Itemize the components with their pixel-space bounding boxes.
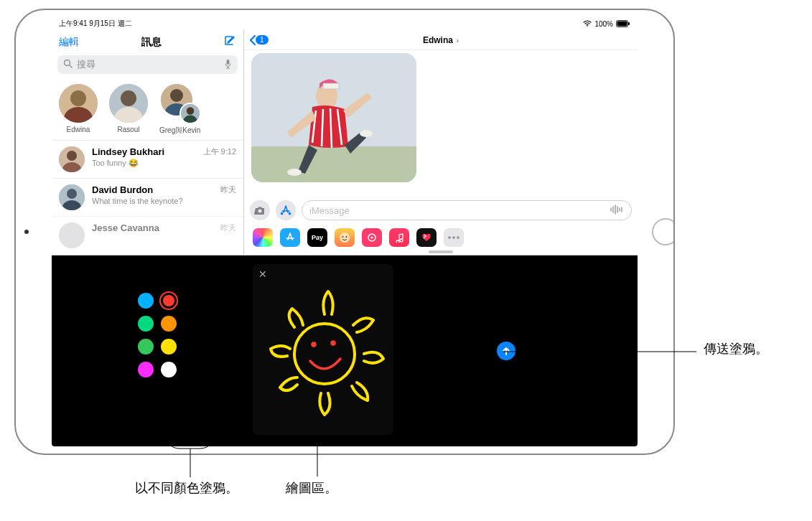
pinned-contact[interactable]: Edwina bbox=[59, 84, 98, 133]
home-button[interactable] bbox=[652, 218, 675, 245]
svg-rect-6 bbox=[59, 84, 98, 123]
svg-point-19 bbox=[67, 151, 77, 161]
svg-point-33 bbox=[360, 130, 373, 137]
message-input-row: iMessage bbox=[244, 196, 638, 225]
color-swatch[interactable] bbox=[138, 339, 154, 355]
received-photo-message[interactable] bbox=[251, 53, 416, 182]
svg-point-22 bbox=[67, 189, 77, 199]
messages-area[interactable] bbox=[244, 50, 638, 196]
svg-point-43 bbox=[346, 236, 347, 238]
conversation-name: Jesse Cavanna bbox=[92, 222, 213, 233]
conversation-list-sidebar: 編輯 訊息 搜尋 bbox=[52, 30, 244, 255]
conversation-header: 1 Edwina › bbox=[244, 30, 638, 50]
color-swatch[interactable] bbox=[138, 293, 154, 309]
conversation-name: David Burdon bbox=[92, 184, 213, 195]
screen: 上午9:41 9月15日 週二 100% 編輯 訊息 bbox=[52, 17, 638, 446]
callout-send: 傳送塗鴉。 bbox=[704, 340, 768, 357]
svg-rect-25 bbox=[251, 146, 416, 182]
pinned-name: Edwina bbox=[67, 126, 90, 133]
conversation-time: 上午 9:12 bbox=[203, 146, 236, 157]
more-apps-icon[interactable] bbox=[444, 228, 464, 247]
conversation-row[interactable]: Lindsey Bukhari Too funny 😂 上午 9:12 bbox=[52, 140, 243, 178]
svg-line-4 bbox=[70, 65, 72, 67]
color-swatch[interactable] bbox=[161, 339, 177, 355]
conversation-row[interactable]: David Burdon What time is the keynote? 昨… bbox=[52, 178, 243, 216]
hashtag-app-icon[interactable] bbox=[362, 228, 382, 247]
color-swatch[interactable] bbox=[161, 362, 177, 377]
svg-point-32 bbox=[287, 169, 302, 176]
conversation-time: 昨天 bbox=[220, 184, 236, 195]
search-placeholder: 搜尋 bbox=[77, 58, 95, 71]
svg-point-16 bbox=[186, 107, 193, 114]
svg-point-3 bbox=[65, 60, 70, 66]
search-icon bbox=[63, 59, 73, 70]
close-canvas-button[interactable]: ✕ bbox=[258, 268, 267, 280]
photos-app-icon[interactable] bbox=[253, 228, 273, 247]
svg-point-45 bbox=[371, 237, 373, 239]
drawing-canvas[interactable]: ✕ bbox=[253, 264, 393, 435]
battery-percent: 100% bbox=[594, 20, 613, 28]
svg-rect-5 bbox=[227, 60, 230, 65]
svg-point-48 bbox=[457, 236, 459, 239]
ipad-frame: 上午9:41 9月15日 週二 100% 編輯 訊息 bbox=[14, 9, 675, 455]
svg-point-50 bbox=[312, 343, 315, 346]
back-button[interactable]: 1 bbox=[248, 34, 269, 46]
pinned-name: Greg與Kevin bbox=[159, 126, 200, 136]
avatar bbox=[59, 146, 85, 172]
svg-point-42 bbox=[342, 236, 344, 238]
chevron-right-icon: › bbox=[454, 37, 459, 44]
message-input[interactable]: iMessage bbox=[302, 200, 632, 220]
color-swatch[interactable] bbox=[138, 316, 154, 332]
pinned-contact[interactable]: Greg與Kevin bbox=[159, 84, 200, 136]
drawer-handle[interactable] bbox=[429, 250, 453, 253]
battery-icon bbox=[616, 20, 630, 27]
pinned-contact[interactable]: Rasoul bbox=[109, 84, 148, 133]
digital-touch-app-icon[interactable] bbox=[416, 228, 437, 247]
color-swatch[interactable] bbox=[163, 295, 174, 306]
conversation-title[interactable]: Edwina › bbox=[423, 35, 459, 45]
svg-point-13 bbox=[170, 89, 183, 102]
avatar bbox=[59, 84, 98, 123]
svg-point-41 bbox=[340, 233, 350, 243]
svg-point-10 bbox=[121, 90, 136, 106]
avatar bbox=[59, 222, 85, 248]
music-app-icon[interactable] bbox=[389, 228, 409, 247]
pinned-name: Rasoul bbox=[117, 126, 139, 133]
color-swatch[interactable] bbox=[161, 316, 177, 332]
svg-point-8 bbox=[64, 107, 93, 123]
conversation-preview: What time is the keynote? bbox=[92, 197, 213, 205]
avatar bbox=[109, 84, 148, 123]
svg-point-49 bbox=[294, 324, 355, 384]
compose-button[interactable] bbox=[223, 34, 236, 50]
app-store-button[interactable] bbox=[276, 200, 296, 220]
message-placeholder: iMessage bbox=[309, 205, 350, 216]
app-store-app-icon[interactable] bbox=[280, 228, 300, 247]
svg-rect-2 bbox=[628, 22, 630, 25]
svg-point-34 bbox=[258, 209, 262, 212]
audio-waveform-icon[interactable] bbox=[610, 205, 624, 217]
conversation-row[interactable]: Jesse Cavanna 昨天 bbox=[52, 216, 243, 254]
callout-canvas: 繪圖區。 bbox=[286, 479, 337, 497]
avatar bbox=[59, 184, 85, 210]
front-camera-dot bbox=[24, 230, 29, 234]
conversation-time: 昨天 bbox=[220, 222, 236, 233]
camera-button[interactable] bbox=[250, 200, 270, 220]
memoji-app-icon[interactable] bbox=[335, 228, 355, 247]
search-input[interactable]: 搜尋 bbox=[57, 55, 238, 74]
color-swatch[interactable] bbox=[138, 362, 154, 377]
edit-button[interactable]: 編輯 bbox=[59, 36, 79, 49]
apple-pay-app-icon[interactable]: Pay bbox=[307, 228, 327, 247]
status-time: 上午9:41 9月15日 週二 bbox=[59, 19, 132, 29]
app-drawer: Pay bbox=[244, 225, 638, 250]
unread-badge: 1 bbox=[256, 35, 269, 44]
conversation-pane: 1 Edwina › bbox=[244, 30, 638, 255]
callout-colors: 以不同顏色塗鴉。 bbox=[135, 479, 238, 497]
conversation-name: Lindsey Bukhari bbox=[92, 146, 196, 157]
svg-point-46 bbox=[448, 236, 451, 239]
svg-rect-1 bbox=[617, 22, 627, 27]
conversation-list[interactable]: Lindsey Bukhari Too funny 😂 上午 9:12 Davi… bbox=[52, 140, 243, 255]
svg-point-7 bbox=[70, 90, 86, 106]
dictation-icon[interactable] bbox=[224, 59, 232, 71]
avatar-group bbox=[161, 84, 200, 123]
svg-rect-27 bbox=[323, 83, 339, 89]
